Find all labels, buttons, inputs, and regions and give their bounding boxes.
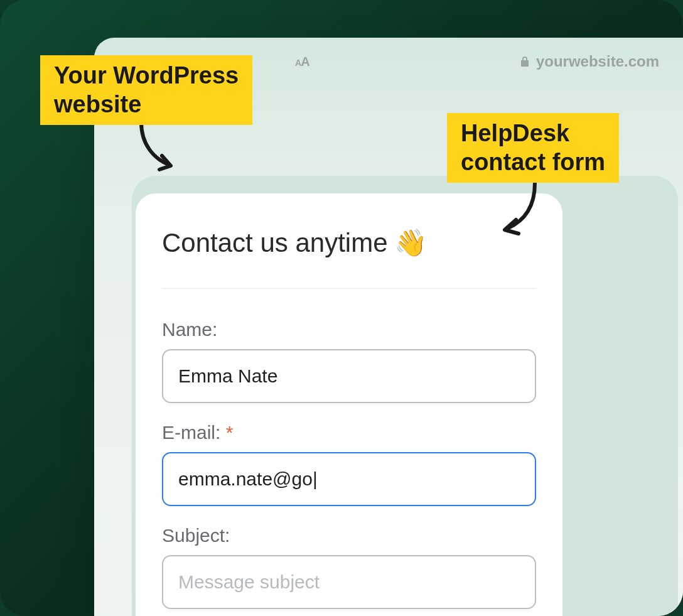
callout-line: HelpDesk (461, 119, 605, 148)
wave-icon: 👋 (394, 227, 427, 258)
text-size-icon: AA (295, 55, 309, 69)
email-input[interactable]: emma.nate@go| (162, 452, 536, 506)
url-bar: yourwebsite.com (322, 53, 683, 70)
subject-label: Subject: (162, 525, 536, 546)
name-label: Name: (162, 319, 536, 340)
divider (162, 288, 536, 289)
callout-wordpress: Your WordPress website (40, 55, 252, 125)
arrow-icon (496, 178, 546, 241)
arrow-icon (132, 119, 182, 176)
lock-icon (520, 55, 530, 68)
subject-input[interactable] (162, 555, 536, 609)
canvas-background: AA yourwebsite.com Contact us anytime 👋 … (0, 0, 683, 616)
contact-form-card: Contact us anytime 👋 Name: E-mail: * emm… (136, 193, 562, 616)
subject-field-group: Subject: (162, 525, 536, 609)
card-title: Contact us anytime 👋 (162, 227, 536, 258)
name-field-group: Name: (162, 319, 536, 403)
email-label: E-mail: * (162, 422, 536, 443)
email-field-group: E-mail: * emma.nate@go| (162, 422, 536, 506)
callout-helpdesk: HelpDesk contact form (447, 113, 619, 183)
url-text: yourwebsite.com (536, 53, 659, 70)
callout-line: Your WordPress (54, 62, 239, 90)
card-title-text: Contact us anytime (162, 228, 388, 258)
email-label-text: E-mail: (162, 422, 220, 443)
required-mark: * (226, 422, 234, 443)
callout-line: contact form (447, 148, 619, 183)
name-input[interactable] (162, 349, 536, 403)
text-caret: | (313, 468, 318, 490)
callout-line: website (40, 90, 155, 126)
email-value: emma.nate@go (178, 468, 313, 490)
